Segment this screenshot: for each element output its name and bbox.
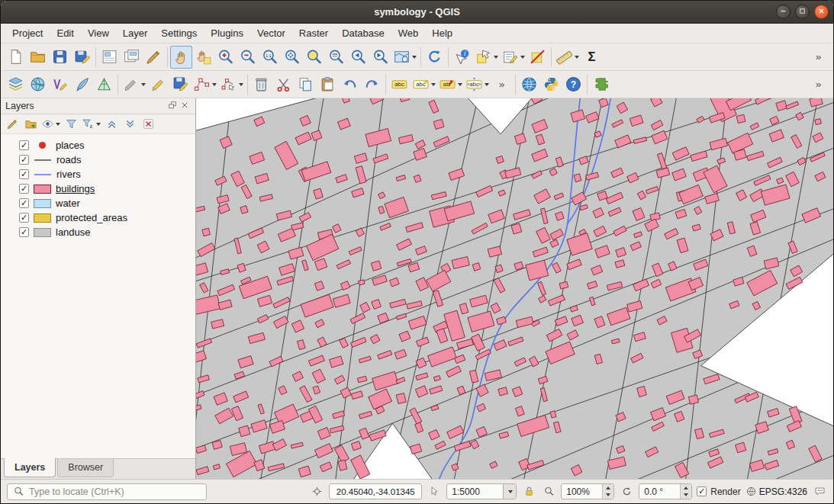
new-shapefile-icon[interactable] <box>49 73 71 96</box>
scale-dropdown-button[interactable] <box>503 484 516 499</box>
new-virtual-layer-icon[interactable] <box>93 73 115 96</box>
render-checkbox[interactable] <box>697 486 707 496</box>
filter-legend-icon[interactable] <box>63 116 79 133</box>
titlebar[interactable]: symbology - QGIS <box>1 1 833 24</box>
toolbar-extension2-icon[interactable]: » <box>807 73 829 96</box>
menu-edit[interactable]: Edit <box>50 24 80 43</box>
tab-browser[interactable]: Browser <box>57 459 114 477</box>
label-pin-icon[interactable]: ab <box>437 73 464 96</box>
rotation-spin-buttons[interactable] <box>680 484 691 499</box>
zoom-to-layer-icon[interactable] <box>325 46 347 69</box>
open-layer-styling-icon[interactable] <box>4 116 21 133</box>
lock-scale-icon[interactable] <box>521 484 536 499</box>
new-map-view-icon[interactable] <box>391 46 418 69</box>
menu-database[interactable]: Database <box>335 24 391 43</box>
deselect-features-icon[interactable] <box>526 46 549 69</box>
manage-map-themes-icon[interactable] <box>40 116 61 133</box>
rotation-icon[interactable] <box>619 484 634 499</box>
locator-bar[interactable] <box>7 483 207 500</box>
layer-visibility-checkbox[interactable] <box>19 213 29 223</box>
delete-selected-icon[interactable] <box>250 73 272 96</box>
toggle-editing-icon[interactable] <box>147 73 169 96</box>
menu-raster[interactable]: Raster <box>292 24 335 43</box>
messages-icon[interactable] <box>812 484 827 499</box>
save-project-icon[interactable] <box>49 46 71 69</box>
coordinate-input[interactable] <box>334 487 417 496</box>
filter-expression-icon[interactable]: ε <box>81 116 101 133</box>
layer-visibility-checkbox[interactable] <box>19 184 29 194</box>
layer-item-buildings[interactable]: buildings <box>1 181 195 196</box>
layer-visibility-checkbox[interactable] <box>19 140 29 150</box>
add-vector-layer-icon[interactable] <box>27 73 49 96</box>
copy-features-icon[interactable] <box>295 73 317 96</box>
rotation-spinbox[interactable]: 0.0 ° <box>639 483 692 499</box>
vertex-tool-icon[interactable] <box>218 73 245 96</box>
plugin-icon[interactable] <box>590 73 612 96</box>
collapse-all-icon[interactable] <box>121 116 138 133</box>
add-group-icon[interactable] <box>22 116 39 133</box>
scale-combobox[interactable]: 1:5000 <box>446 483 517 499</box>
dock-close-icon[interactable] <box>179 100 191 112</box>
cut-features-icon[interactable] <box>272 73 295 96</box>
python-console-icon[interactable] <box>540 73 562 96</box>
help-icon[interactable]: ? <box>562 73 584 96</box>
coordinate-box[interactable] <box>329 483 422 499</box>
crs-status[interactable]: EPSG:4326 <box>745 486 807 497</box>
add-feature-icon[interactable] <box>192 73 218 96</box>
menu-view[interactable]: View <box>81 24 116 43</box>
magnifier-spin-buttons[interactable] <box>602 484 613 499</box>
coordinate-display-icon[interactable] <box>309 484 324 499</box>
select-features-icon[interactable] <box>473 46 500 69</box>
expand-all-icon[interactable] <box>103 116 120 133</box>
zoom-to-selection-icon[interactable] <box>303 46 325 69</box>
new-geopackage-icon[interactable] <box>71 73 93 96</box>
zoom-out-icon[interactable] <box>237 46 259 69</box>
save-layer-edits-icon[interactable] <box>169 73 192 96</box>
layer-item-protected_areas[interactable]: protected_areas <box>1 210 195 225</box>
extents-toggle-icon[interactable] <box>427 484 442 499</box>
menu-web[interactable]: Web <box>391 24 426 43</box>
zoom-in-icon[interactable] <box>214 46 237 69</box>
current-edits-icon[interactable] <box>121 73 147 96</box>
layer-visibility-checkbox[interactable] <box>19 227 29 237</box>
metasearch-icon[interactable] <box>518 73 540 96</box>
layer-visibility-checkbox[interactable] <box>19 198 29 208</box>
layer-item-places[interactable]: places <box>1 138 195 152</box>
menu-layer[interactable]: Layer <box>116 24 155 43</box>
remove-layer-icon[interactable] <box>140 116 156 133</box>
menu-project[interactable]: Project <box>5 24 50 43</box>
tab-layers[interactable]: Layers <box>4 458 56 477</box>
layers-panel-header[interactable]: Layers <box>1 98 195 114</box>
pan-map-icon[interactable] <box>170 46 192 69</box>
zoom-full-icon[interactable] <box>281 46 303 69</box>
data-source-manager-icon[interactable] <box>5 73 27 96</box>
layer-diagram-icon[interactable]: abc <box>411 73 437 96</box>
statistical-summary-icon[interactable]: Σ <box>581 46 603 69</box>
select-by-form-icon[interactable] <box>500 46 526 69</box>
paste-features-icon[interactable] <box>317 73 339 96</box>
zoom-native-icon[interactable]: 1:1 <box>259 46 281 69</box>
save-project-as-icon[interactable] <box>71 46 93 69</box>
pan-to-selection-icon[interactable] <box>192 46 214 69</box>
open-project-icon[interactable] <box>27 46 49 69</box>
toolbar-extension-icon[interactable]: » <box>807 46 829 69</box>
dock-float-icon[interactable] <box>166 100 179 112</box>
new-project-icon[interactable] <box>5 46 27 69</box>
undo-icon[interactable] <box>339 73 361 96</box>
refresh-map-icon[interactable] <box>423 46 446 69</box>
close-icon[interactable] <box>814 5 829 19</box>
zoom-last-icon[interactable] <box>347 46 369 69</box>
label-toolbar-extension-icon[interactable]: » <box>491 73 513 96</box>
layer-item-roads[interactable]: roads <box>1 152 195 167</box>
menu-settings[interactable]: Settings <box>154 24 204 43</box>
menu-plugins[interactable]: Plugins <box>204 24 250 43</box>
new-print-layout-icon[interactable] <box>98 46 121 69</box>
layer-item-landuse[interactable]: landuse <box>1 225 195 239</box>
layer-item-rivers[interactable]: rivers <box>1 167 195 181</box>
menu-help[interactable]: Help <box>425 24 459 43</box>
layer-visibility-checkbox[interactable] <box>19 169 29 179</box>
redo-icon[interactable] <box>361 73 383 96</box>
magnifier-icon[interactable] <box>541 484 556 499</box>
measure-icon[interactable] <box>554 46 581 69</box>
layout-manager-icon[interactable] <box>121 46 143 69</box>
